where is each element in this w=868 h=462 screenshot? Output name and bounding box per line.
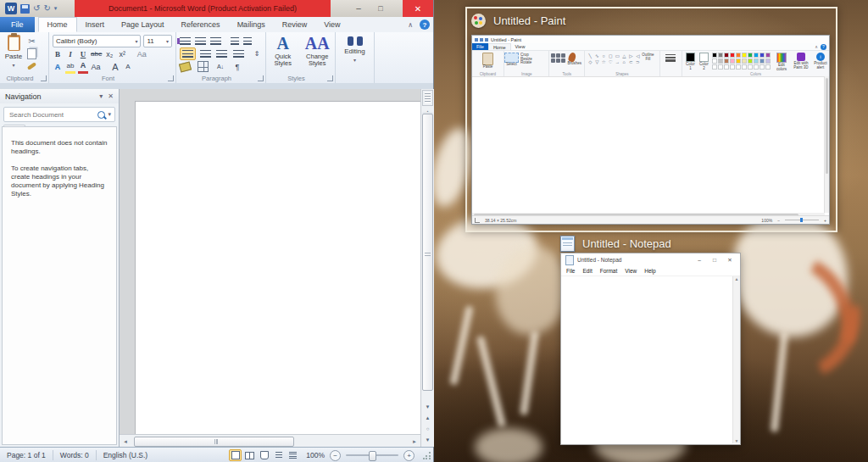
tab-file[interactable]: File [0,17,35,32]
status-page-count[interactable]: Page: 1 of 1 [0,451,53,459]
tab-insert[interactable]: Insert [77,17,114,32]
shrink-font-button[interactable]: A [123,61,133,72]
navigation-options-icon[interactable]: ▾ [99,92,103,100]
tab-home[interactable]: Home [38,17,77,32]
font-name-select[interactable]: Calibri (Body) ▾ [53,35,141,47]
paint-vertical-scrollbar[interactable] [824,76,829,213]
strikethrough-button[interactable]: abe [91,48,102,59]
previous-page-icon[interactable]: ▲ [426,414,431,422]
notepad-close-button[interactable]: ✕ [724,257,736,264]
italic-button[interactable]: I [65,48,75,59]
zoom-slider-thumb[interactable] [369,451,376,461]
subscript-button[interactable]: x₂ [104,48,114,59]
paint-zoom-slider-thumb[interactable] [800,218,803,222]
notepad-minimize-button[interactable]: – [693,257,705,263]
cut-icon[interactable]: ✂ [28,36,35,46]
align-left-button[interactable] [180,47,196,60]
search-document-input[interactable] [8,110,95,120]
resize-grip[interactable] [423,451,431,459]
align-right-button[interactable] [215,48,230,59]
notepad-maximize-button[interactable]: □ [709,257,721,263]
paint-fill-button[interactable]: Fill [642,58,654,62]
paint-brushes-label[interactable]: Brushes [567,62,581,66]
sort-icon[interactable]: A↓ [215,61,225,72]
copy-icon[interactable] [27,48,36,59]
font-color-button[interactable]: A [78,60,88,74]
clipboard-dialog-launcher[interactable] [41,75,47,81]
borders-icon[interactable] [198,61,209,72]
navigation-close-icon[interactable]: ✕ [108,92,114,100]
print-layout-view-button[interactable] [229,449,242,461]
paint-tab-file[interactable]: File [472,43,488,50]
paint-size-icon[interactable] [665,54,676,62]
paint-collapse-ribbon-icon[interactable]: ∧ [815,44,818,49]
document-vertical-scrollbar[interactable]: ▲ ▼ ▲ ○ ▼ [420,89,434,447]
notepad-text-area[interactable] [561,276,733,443]
vertical-scroll-thumb[interactable] [422,114,433,391]
tab-view[interactable]: View [315,17,348,32]
document-horizontal-scrollbar[interactable]: ◄ ► [120,434,420,448]
paint-tab-view[interactable]: View [511,43,530,50]
paint-rotate-button[interactable]: Rotate [520,61,532,65]
align-center-button[interactable] [198,48,213,59]
tab-review[interactable]: Review [274,17,316,32]
notepad-menu-edit[interactable]: Edit [582,268,592,274]
clear-formatting-button[interactable]: Aa [136,48,147,59]
ruler-toggle-icon[interactable] [422,90,433,106]
paint-tab-home[interactable]: Home [488,43,511,50]
zoom-level[interactable]: 100% [306,451,325,459]
justify-button[interactable] [231,48,246,59]
notepad-menu-view[interactable]: View [625,268,637,274]
minimize-ribbon-icon[interactable]: ∧ [408,21,413,29]
paragraph-dialog-launcher[interactable] [258,75,264,81]
scroll-left-icon[interactable]: ◄ [120,436,131,447]
text-effects-button[interactable]: A [53,61,63,72]
notepad-vertical-scrollbar[interactable]: ▲ ▼ [732,276,740,443]
zoom-out-button[interactable]: − [330,450,341,461]
paint-window[interactable]: Untitled - Paint File Home View ∧ ? Past… [471,35,830,225]
select-browse-object-icon[interactable]: ○ [426,425,430,433]
tab-page-layout[interactable]: Page Layout [113,17,173,32]
notepad-menu-file[interactable]: File [566,268,575,274]
line-spacing-icon[interactable]: ⇕ [252,48,262,59]
save-icon[interactable] [20,4,30,14]
horizontal-scroll-thumb[interactable] [134,437,294,447]
draft-view-button[interactable] [287,449,299,461]
paint-zoom-slider[interactable] [785,220,819,220]
zoom-in-button[interactable]: + [403,450,415,461]
paint-canvas[interactable] [472,76,825,213]
multilevel-list-icon[interactable] [210,37,221,45]
notepad-scroll-down-icon[interactable]: ▼ [735,438,739,443]
paint-paste-label[interactable]: Paste [472,65,504,70]
decrease-indent-icon[interactable] [231,37,239,45]
paint-zoom-in-icon[interactable]: + [824,218,826,223]
word-maximize-button[interactable]: □ [370,0,391,16]
paint-help-icon[interactable]: ? [821,44,826,50]
notepad-thumbnail-label[interactable]: Untitled - Notepad [560,236,671,252]
scroll-down-icon[interactable]: ▼ [426,403,431,411]
notepad-menu-help[interactable]: Help [644,268,655,274]
search-document-box[interactable]: ▾ [3,107,115,122]
search-icon[interactable] [97,111,105,119]
superscript-button[interactable]: x² [117,48,127,59]
increase-indent-icon[interactable] [243,37,252,45]
fullscreen-reading-view-button[interactable] [243,449,256,461]
numbering-icon[interactable] [195,37,206,45]
undo-icon[interactable]: ↺ [33,4,40,13]
status-word-count[interactable]: Words: 0 [53,451,96,459]
styles-dialog-launcher[interactable] [327,75,333,81]
notepad-scroll-up-icon[interactable]: ▲ [735,276,739,281]
web-layout-view-button[interactable] [258,449,270,461]
word-close-button[interactable]: ✕ [403,0,433,17]
grow-font-button[interactable]: A [110,61,120,72]
paint-select-label[interactable]: Select [504,63,519,67]
underline-button[interactable]: U [78,48,88,59]
bold-button[interactable]: B [53,48,63,59]
paint-thumbnail-label[interactable]: Untitled - Paint [471,14,565,28]
snap-assist-paint-thumbnail[interactable]: Untitled - Paint Untitled - Paint File H… [465,7,837,232]
notepad-window[interactable]: Untitled - Notepad – □ ✕ File Edit Forma… [560,253,741,445]
editing-button[interactable]: Editing ▾ [336,35,374,63]
change-case-button[interactable]: Aa [91,61,101,72]
document-page[interactable] [135,101,420,434]
paint-quick-access-toolbar[interactable] [475,38,488,42]
